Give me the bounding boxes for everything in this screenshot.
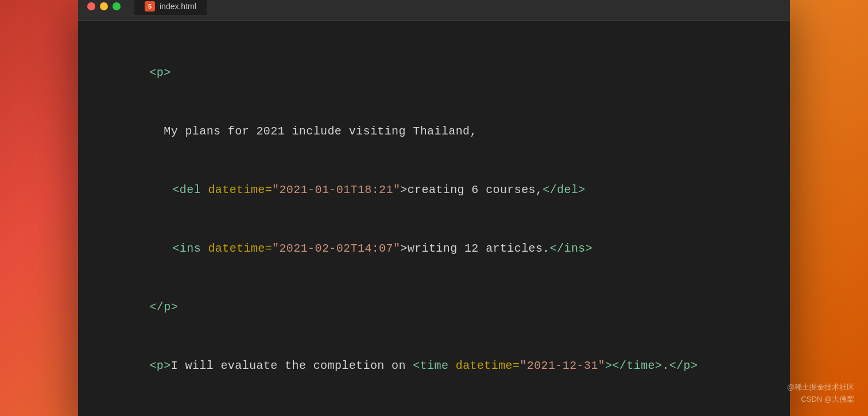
code-line-3: <del datetime="2021-01-01T18:21">creatin… — [107, 161, 761, 219]
maximize-button[interactable] — [113, 2, 121, 10]
del-content: >creating 6 courses, — [400, 183, 542, 197]
p2-open: <p> — [149, 359, 170, 372]
del-open: <del — [172, 183, 201, 197]
p2-close: </p> — [669, 359, 698, 372]
time-attr-val: "2021-12-31" — [520, 359, 605, 372]
file-tab[interactable]: 5 index.html — [134, 0, 207, 15]
ins-content: >writing 12 articles. — [400, 242, 549, 255]
ins-attr: datetime= — [201, 242, 272, 255]
ins-open: <ins — [172, 242, 201, 255]
code-editor[interactable]: <p> My plans for 2021 include visiting T… — [78, 21, 790, 416]
time-attr: datetime= — [448, 359, 520, 372]
del-attr-val: "2021-01-01T18:21" — [272, 183, 400, 197]
ins-attr-val: "2021-02-02T14:07" — [272, 242, 400, 255]
line6-start-text: I will evaluate the completion on — [171, 359, 413, 372]
editor-window: 5 index.html <p> My plans for 2021 inclu… — [78, 0, 790, 416]
time-close: ></time> — [605, 359, 662, 372]
p-open-tag: <p> — [149, 66, 170, 79]
html-icon: 5 — [145, 1, 155, 11]
traffic-lights — [87, 2, 121, 10]
time-open: <time — [413, 359, 448, 372]
code-line-2: My plans for 2021 include visiting Thail… — [107, 102, 761, 161]
code-line-4: <ins datetime="2021-02-02T14:07">writing… — [107, 219, 761, 278]
code-line-6: <p>I will evaluate the completion on <ti… — [107, 337, 761, 395]
code-line-1: <p> — [107, 44, 761, 102]
titlebar: 5 index.html — [78, 0, 790, 21]
p2-end: . — [662, 359, 669, 372]
watermark-line2: CSDN @大佛梨 — [787, 394, 854, 406]
del-close: </del> — [542, 183, 585, 197]
minimize-button[interactable] — [100, 2, 108, 10]
watermark-line1: @稀土掘金技术社区 — [787, 382, 854, 394]
p-close-tag: </p> — [149, 301, 178, 314]
watermark: @稀土掘金技术社区 CSDN @大佛梨 — [787, 382, 854, 406]
code-line-5: </p> — [107, 278, 761, 337]
ins-close: </ins> — [550, 242, 592, 255]
tab-filename: index.html — [160, 2, 196, 11]
line2-text: My plans for 2021 include visiting Thail… — [149, 125, 477, 138]
close-button[interactable] — [87, 2, 95, 10]
del-attr: datetime= — [201, 183, 272, 197]
